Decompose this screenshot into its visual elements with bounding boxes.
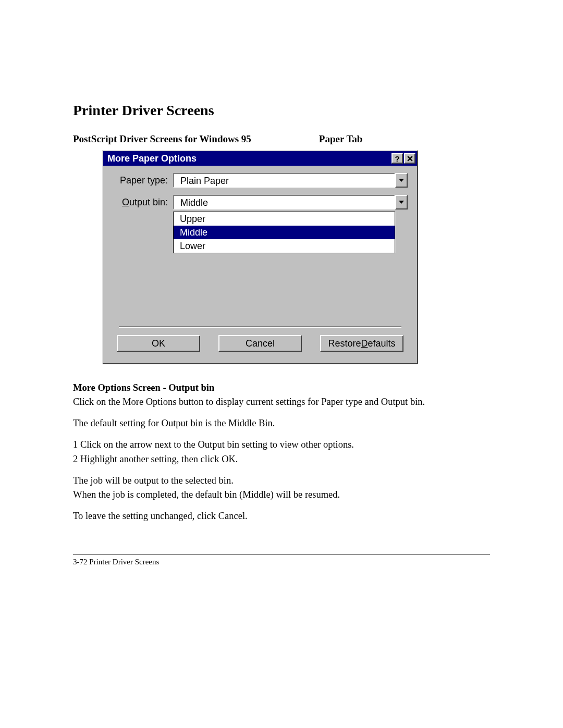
more-paper-options-dialog: More Paper Options ? Paper type: Plain P… (102, 150, 418, 364)
paragraph: To leave the setting unchanged, click Ca… (73, 510, 490, 522)
help-button[interactable]: ? (391, 153, 403, 164)
output-bin-dropdown-button[interactable] (395, 195, 408, 209)
output-bin-option-list[interactable]: Upper Middle Lower (173, 212, 395, 253)
subheading-left: PostScript Driver Screens for Windows 95 (73, 133, 251, 145)
close-icon (407, 156, 413, 162)
dialog-button-row: OK Cancel Restore Defaults (113, 335, 408, 354)
dialog-title: More Paper Options (107, 153, 390, 164)
paper-type-combo[interactable]: Plain Paper (173, 173, 408, 188)
paragraph: When the job is completed, the default b… (73, 489, 490, 501)
list-item[interactable]: Middle (174, 226, 395, 239)
paragraph: 2 Highlight another setting, then click … (73, 453, 490, 465)
output-bin-combo[interactable]: Middle (173, 195, 408, 209)
subheading-right: Paper Tab (319, 133, 363, 145)
paragraph: 1 Click on the arrow next to the Output … (73, 439, 490, 451)
list-item[interactable]: Lower (174, 239, 395, 253)
question-icon: ? (395, 155, 399, 163)
output-bin-row: Output bin: Middle (113, 195, 408, 209)
footer-rule (73, 554, 490, 554)
subheading-row: PostScript Driver Screens for Windows 95… (73, 133, 490, 145)
caption: More Options Screen - Output bin (73, 382, 490, 394)
output-bin-value: Middle (173, 195, 395, 209)
paper-type-value: Plain Paper (173, 173, 395, 188)
paper-type-label: Paper type: (113, 175, 173, 186)
paragraph: Click on the More Options button to disp… (73, 396, 490, 408)
page-title: Printer Driver Screens (73, 102, 490, 119)
dialog-titlebar: More Paper Options ? (103, 151, 417, 166)
separator (119, 326, 401, 328)
body-text: More Options Screen - Output bin Click o… (73, 382, 490, 522)
ok-button[interactable]: OK (117, 335, 200, 352)
chevron-down-icon (399, 179, 404, 182)
paragraph: The default setting for Output bin is th… (73, 417, 490, 429)
chevron-down-icon (399, 201, 404, 204)
footer-text: 3-72 Printer Driver Screens (73, 558, 490, 566)
paragraph: The job will be output to the selected b… (73, 475, 490, 487)
cancel-button[interactable]: Cancel (218, 335, 302, 352)
page-footer: 3-72 Printer Driver Screens (73, 554, 490, 566)
close-button[interactable] (404, 153, 415, 164)
list-item[interactable]: Upper (174, 212, 395, 226)
restore-defaults-button[interactable]: Restore Defaults (320, 335, 403, 352)
paper-type-dropdown-button[interactable] (395, 173, 408, 188)
output-bin-label: Output bin: (113, 197, 173, 208)
paper-type-row: Paper type: Plain Paper (113, 173, 408, 188)
